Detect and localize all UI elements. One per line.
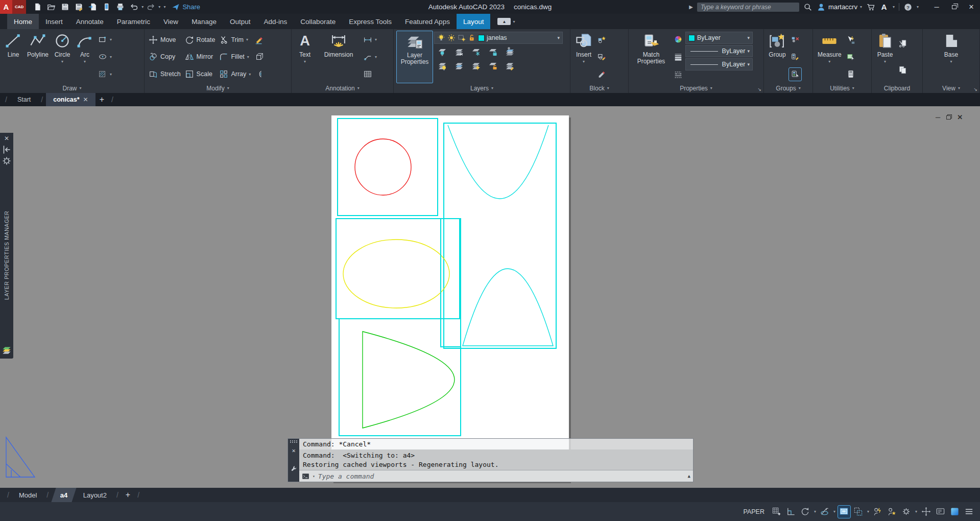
viewport-rect-ellipse[interactable] — [336, 219, 460, 319]
dialog-launcher-icon[interactable]: ↘ — [973, 87, 977, 92]
paper-space-toggle[interactable]: PAPER — [743, 508, 764, 515]
layer-select-combo[interactable]: janelas ▾ — [434, 32, 563, 44]
leader-button[interactable]: ▾ — [362, 51, 378, 63]
ribbon-tab-view[interactable]: View — [157, 14, 185, 29]
copy-clip-button[interactable] — [897, 63, 909, 76]
ribbon-tab-manage[interactable]: Manage — [185, 14, 223, 29]
layer-thaw-all-icon[interactable] — [454, 60, 464, 70]
save-as-button[interactable] — [73, 1, 85, 13]
file-tab-conicas[interactable]: conicas*✕ — [46, 93, 95, 106]
chevron-down-icon[interactable]: ▾ — [158, 5, 160, 9]
ribbon-collapse-button[interactable]: ▲ — [497, 18, 511, 25]
ungroup-button[interactable] — [789, 33, 801, 46]
layer-walk-icon[interactable] — [505, 46, 515, 57]
cyan-parabola-down[interactable] — [448, 125, 548, 199]
calculator-button[interactable] — [845, 68, 857, 81]
isodraft-button[interactable] — [819, 506, 831, 518]
stretch-button[interactable]: Stretch — [147, 68, 182, 81]
offset-button[interactable] — [253, 68, 266, 81]
explode-button[interactable] — [253, 51, 266, 63]
linetype-combo[interactable]: ByLayer ▾ — [685, 58, 753, 70]
command-input-placeholder[interactable]: Type a command — [318, 472, 374, 480]
search-icon[interactable] — [803, 3, 812, 12]
command-close-button[interactable]: ✕ — [292, 447, 295, 454]
mirror-button[interactable]: Mirror — [183, 51, 217, 63]
qat-customize-icon[interactable]: ▾ — [163, 5, 165, 9]
chevron-down-icon[interactable]: ▾ — [867, 509, 869, 514]
drawing-close-button[interactable]: ✕ — [957, 113, 963, 121]
autodesk-apps-icon[interactable]: A — [879, 3, 889, 12]
search-input[interactable] — [697, 3, 799, 12]
quick-properties-button[interactable] — [934, 506, 946, 518]
viewport-status-button[interactable] — [838, 506, 850, 518]
export-file-button[interactable] — [86, 1, 99, 13]
chevron-down-icon[interactable]: ▾ — [313, 474, 315, 479]
ribbon-tab-output[interactable]: Output — [223, 14, 257, 29]
arc-button[interactable]: Arc▾ — [74, 31, 95, 83]
panel-label-properties[interactable]: Properties▾↘ — [629, 83, 763, 93]
circle-button[interactable]: Circle▾ — [52, 31, 73, 83]
erase-button[interactable] — [253, 33, 266, 46]
chevron-down-icon[interactable]: ▾ — [814, 509, 816, 514]
red-circle[interactable] — [355, 139, 411, 195]
file-tab-start[interactable]: Start — [10, 93, 38, 106]
panel-label-layers[interactable]: Layers▾ — [394, 83, 570, 93]
ribbon-tab-featured-apps[interactable]: Featured Apps — [398, 14, 457, 29]
cut-button[interactable] — [897, 38, 909, 51]
print-button[interactable] — [114, 1, 127, 13]
autocad-logo[interactable]: ACAD — [0, 0, 26, 14]
share-button[interactable]: Share — [172, 3, 200, 11]
layer-merge-icon[interactable] — [505, 60, 515, 70]
ribbon-tab-add-ins[interactable]: Add-ins — [257, 14, 294, 29]
polyline-button[interactable]: Polyline — [25, 31, 51, 83]
layer-properties-button[interactable]: Layer Properties — [396, 31, 433, 83]
new-drawing-button[interactable]: + — [95, 95, 108, 104]
group-button[interactable]: Group — [767, 31, 788, 83]
close-button[interactable]: ✕ — [963, 0, 980, 14]
workspace-gear-button[interactable] — [900, 506, 913, 518]
layout-tab-layout2[interactable]: Layout2 — [77, 488, 113, 502]
layer-freeze-icon[interactable] — [471, 46, 481, 57]
command-wrench-icon[interactable] — [291, 465, 297, 472]
chevron-down-icon[interactable]: ▾ — [833, 509, 835, 514]
palette-auto-hide-icon[interactable] — [1, 144, 12, 155]
ellipse-button[interactable]: ▾ — [97, 51, 113, 63]
dialog-launcher-icon[interactable]: ↘ — [757, 87, 761, 92]
ribbon-tab-annotate[interactable]: Annotate — [69, 14, 110, 29]
ucs-status-button[interactable] — [799, 506, 811, 518]
cyan-parabola-up[interactable] — [463, 269, 553, 346]
ortho-button[interactable] — [785, 506, 797, 518]
rotate-button[interactable]: Rotate — [183, 33, 217, 46]
new-file-button[interactable] — [31, 1, 44, 13]
line-button[interactable]: Line — [3, 31, 24, 83]
move-gizmo-button[interactable] — [920, 506, 932, 518]
linetype-icon[interactable] — [674, 70, 683, 79]
panel-label-draw[interactable]: Draw▾ — [0, 83, 144, 93]
measure-button[interactable]: Measure▾ — [816, 31, 844, 83]
drawing-restore-button[interactable] — [946, 115, 951, 120]
chevron-down-icon[interactable]: ▾ — [917, 5, 919, 9]
layer-lock-icon[interactable] — [488, 46, 498, 57]
publish-button[interactable] — [100, 1, 113, 13]
panel-label-utilities[interactable]: Utilities▾ — [813, 83, 871, 93]
layer-off-icon[interactable] — [437, 46, 447, 57]
match-properties-button[interactable]: Match Properties — [631, 31, 671, 83]
help-icon[interactable]: ? — [903, 3, 913, 12]
layer-manager-icon[interactable] — [1, 344, 12, 356]
create-block-button[interactable] — [595, 33, 608, 46]
chevron-down-icon[interactable]: ▾ — [915, 509, 917, 514]
graphics-performance-button[interactable] — [948, 506, 961, 518]
panel-label-modify[interactable]: Modify▾ — [145, 83, 291, 93]
user-menu[interactable]: martaccrv ▾ — [817, 3, 862, 12]
lineweight-combo[interactable]: ByLayer ▾ — [685, 45, 753, 57]
app-store-cart-icon[interactable] — [866, 3, 875, 12]
ribbon-collapse-options-icon[interactable]: ▾ — [513, 19, 515, 24]
grid-snap-button[interactable] — [771, 506, 783, 518]
linear-dimension-button[interactable]: ▾ — [362, 33, 378, 46]
drawing-minimize-button[interactable]: ─ — [936, 113, 940, 121]
table-button[interactable] — [362, 68, 378, 81]
close-icon[interactable]: ✕ — [83, 96, 88, 103]
ribbon-tab-parametric[interactable]: Parametric — [110, 14, 157, 29]
layer-on-all-icon[interactable] — [437, 60, 447, 70]
drawing-canvas[interactable]: ─ ✕ ✕ LAYER PROPERTIES MANAGER ✕ Command… — [0, 106, 980, 488]
